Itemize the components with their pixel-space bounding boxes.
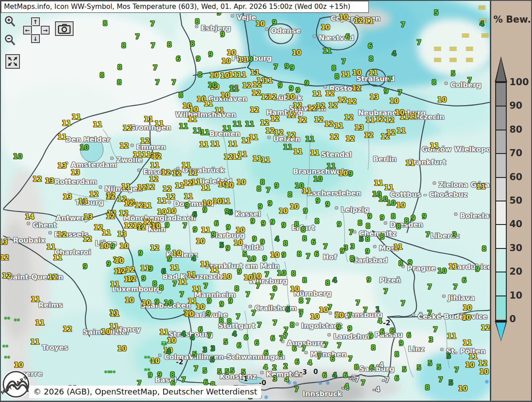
station-temp: 11 (192, 286, 202, 293)
station-temp: 8 (190, 41, 195, 47)
station-temp: 6 (330, 356, 335, 363)
attribution: © 2026 (AGB), OpenStreetMap, Deutscher W… (29, 386, 261, 398)
station-temp: 11 (223, 126, 232, 132)
station-temp: 6 (176, 56, 180, 63)
colorbar-tick-label: 40 (509, 220, 532, 229)
station-temp: 9 (369, 333, 373, 340)
weather-map[interactable]: ❄❄❄❄❄❄❄▽ ° Vejle° Esbjerg° OdenseCopenha… (1, 1, 491, 402)
station-temp: 11 (121, 184, 131, 190)
station-temp: 11 (188, 170, 198, 177)
station-temp: 11 (175, 183, 184, 189)
pan-down-button[interactable]: ↓ (31, 34, 40, 43)
station-temp: 6 (228, 209, 233, 216)
station-temp: 13 (71, 169, 80, 176)
station-temp: 7 (427, 284, 432, 291)
station-temp: 8 (302, 236, 307, 242)
station-temp: 7 (427, 310, 432, 317)
station-temp: 7 (236, 314, 240, 320)
pan-up-button[interactable]: ↑ (31, 17, 40, 26)
station-temp: 11 (200, 261, 210, 268)
station-temp: 11 (406, 160, 415, 167)
station-temp: 4 (285, 377, 289, 383)
zoom-out-button[interactable] (4, 34, 17, 47)
station-temp: 13 (117, 231, 127, 238)
station-temp: 11 (394, 244, 403, 251)
zoom-in-button[interactable] (4, 15, 17, 28)
arrow-left-icon: ← (25, 28, 30, 33)
pan-right-button[interactable]: → (41, 26, 50, 35)
station-temp: 7 (301, 346, 306, 352)
station-temp: 10 (438, 97, 447, 103)
station-temp: 10 (220, 73, 230, 79)
station-temp: 6 (244, 335, 248, 341)
station-temp: 12 (137, 185, 147, 191)
station-temp: 8 (396, 224, 401, 230)
station-temp: 5 (225, 369, 229, 375)
station-temp: 11 (142, 152, 151, 158)
station-temp: 8 (153, 281, 157, 288)
station-temp: 6 (192, 212, 197, 218)
station-temp: 7 (361, 380, 365, 386)
station-temp: 9 (248, 56, 253, 63)
station-temp: 8 (297, 251, 301, 258)
colorbar-tick-label: 100 (509, 78, 532, 87)
station-temp: 9 (149, 266, 153, 272)
station-temp: 11 (374, 180, 383, 187)
station-temp: 10 (115, 258, 124, 264)
station-temp: 5 (210, 357, 215, 363)
station-temp: 11 (477, 184, 486, 190)
station-temp: 6 (407, 332, 411, 339)
station-temp: 12 (387, 130, 396, 136)
station-temp: 13 (63, 194, 72, 201)
station-temp: 10 (339, 14, 348, 21)
station-temp: 7 (183, 223, 187, 229)
station-temp: 12 (33, 176, 42, 183)
station-temp: 8 (358, 220, 362, 227)
station-temp: 8 (315, 218, 319, 225)
colorbar-tick-label: 20 (509, 267, 532, 276)
colorbar-arrow-bottom (496, 323, 506, 340)
station-temp: 7 (349, 229, 353, 236)
station-temp: 7 (207, 332, 211, 339)
station-temp: 12 (117, 268, 126, 275)
station-temp: 8 (366, 223, 370, 230)
station-temp: -3 (300, 369, 307, 376)
station-temp: 7 (257, 322, 262, 329)
station-temp: 10 (189, 106, 199, 113)
station-temp: 10 (13, 154, 23, 160)
station-temp: 8 (235, 286, 239, 292)
mist-symbol-icon (450, 57, 457, 63)
station-temp: 11 (31, 339, 40, 346)
station-temp: 10 (480, 369, 489, 375)
station-temp: 9 (252, 236, 257, 243)
station-temp: 11 (110, 311, 120, 318)
station-temp: 8 (404, 218, 409, 225)
station-temp: 9 (316, 198, 320, 205)
city-label: Kassel (235, 211, 261, 218)
station-temp: 12 (376, 116, 385, 123)
mist-symbol-icon (434, 57, 441, 63)
station-temp: 9 (408, 260, 412, 266)
snapshot-button[interactable] (55, 21, 74, 36)
station-temp: 9 (285, 63, 289, 70)
station-temp: 8 (257, 186, 261, 193)
station-temp: 12 (481, 325, 490, 331)
station-temp: 8 (350, 256, 354, 262)
station-temp: 12 (149, 176, 159, 183)
station-temp: 8 (198, 72, 202, 79)
station-temp: 10 (395, 110, 405, 116)
station-temp: 4 (166, 349, 171, 355)
fullscreen-button[interactable] (5, 54, 20, 69)
station-temp: 9 (289, 86, 293, 92)
station-temp: 13 (1, 239, 8, 246)
station-temp: 11 (228, 141, 238, 148)
station-temp: 9 (282, 252, 286, 259)
drizzle-symbol-icon (4, 352, 10, 360)
pan-left-button[interactable]: ← (23, 26, 32, 35)
station-temp: 12 (161, 169, 171, 176)
station-temp: 9 (148, 372, 153, 379)
station-temp: 9 (211, 232, 216, 238)
station-temp: -7 (382, 377, 390, 384)
colorbar-segment (496, 130, 506, 153)
station-temp: 8 (117, 79, 121, 86)
